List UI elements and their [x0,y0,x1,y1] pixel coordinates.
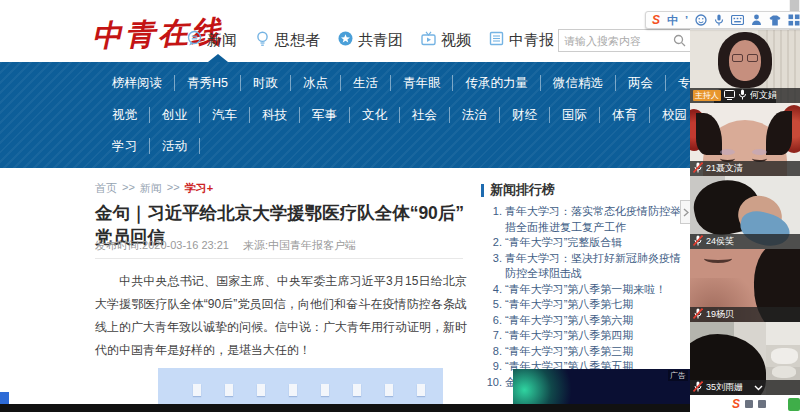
search-input[interactable] [559,35,673,47]
participant-name: 何文娟 [750,89,777,102]
newspaper-icon [488,30,505,50]
ad-banner[interactable]: 广告 [513,369,690,405]
ranking-item[interactable]: “青年大学习”第八季第七期 [505,297,689,313]
taskbar-icon[interactable] [0,392,9,404]
top-nav-league[interactable]: 共青团 [337,30,403,50]
top-nav-thinker[interactable]: 思想者 [254,30,320,50]
divider [95,258,463,259]
news-ranking-list: 青年大学习：落实常态化疫情防控举措全面推进复工复产工作 “青年大学习”完整版合辑… [487,204,689,390]
participant-name: 35刘雨姗 [706,381,743,394]
nav-link[interactable]: 体育 [600,107,650,123]
chevron-down-icon[interactable] [754,385,763,391]
webcam-video [771,348,798,364]
nav-link[interactable]: 校园 [650,107,690,123]
participant-tile[interactable]: 19杨贝 [690,249,800,322]
top-nav-paper[interactable]: 中青报 [488,30,554,50]
ranking-item[interactable]: 青年大学习：落实常态化疫情防控举措全面推进复工复产工作 [505,204,689,235]
nav-link[interactable]: 法治 [450,107,500,123]
nav-link[interactable]: 青秀H5 [175,75,241,91]
voice-input-icon[interactable] [714,14,724,26]
nav-link[interactable]: 国际 [550,107,600,123]
participant-label: 主持人 何文娟 [690,88,800,103]
participant-tile[interactable]: 21聂文清 [690,103,800,176]
ad-artwork [513,369,583,405]
nav-link[interactable]: 学习 [100,138,150,154]
punctuation-icon[interactable]: ’ [685,14,688,26]
nav-link[interactable]: 冰点 [291,75,341,91]
ime-mini-toolbar: S [732,397,766,410]
participant-tile[interactable]: 24侯笑 [690,176,800,249]
ranking-item[interactable]: 青年大学习：坚决打好新冠肺炎疫情防控全球阻击战 [505,251,689,282]
ime-tool-icon[interactable] [758,400,766,408]
illustration-window [193,384,201,396]
nav-link[interactable]: 汽车 [200,107,250,123]
toolbox-icon[interactable] [788,14,800,26]
ime-tool-icon[interactable] [745,400,753,408]
emoji-icon[interactable] [695,14,707,26]
breadcrumb-home[interactable]: 首页 [95,181,117,196]
news-website: 中青在线 新闻 思想者 共青团 视频 中青报 [0,0,690,412]
top-nav-video[interactable]: 视频 [420,30,471,50]
microphone-icon [738,89,747,102]
video-conference-panel: 主持人 何文娟 21聂文清 [690,0,800,412]
taskbar-corner-icon[interactable] [788,398,800,411]
ranking-item[interactable]: “青年大学习”第八季第三期 [505,344,689,360]
handwriting-icon[interactable] [751,14,762,26]
nav-link[interactable]: 军事 [300,107,350,123]
nav-link[interactable]: 榜样阅读 [100,75,175,91]
participant-name: 24侯笑 [706,235,734,248]
sogou-logo-icon[interactable]: S [732,398,740,410]
nav-link[interactable]: 科技 [250,107,300,123]
ranking-accent-bar [481,184,484,197]
microphone-muted-icon [693,162,703,175]
nav-link[interactable]: 专题 [666,75,690,91]
top-nav-label: 视频 [441,31,471,50]
screen-share-icon [724,90,735,102]
illustration-window [225,384,233,396]
illustration-window [257,384,265,396]
taskbar-edge [0,404,690,412]
breadcrumb-current[interactable]: 学习+ [185,181,213,196]
participant-label: 21聂文清 [690,161,800,176]
nav-link[interactable]: 微信精选 [541,75,616,91]
ranking-item[interactable]: “青年大学习”完整版合辑 [505,235,689,251]
ranking-item[interactable]: “青年大学习”第八季第一期来啦！ [505,282,689,298]
breadcrumb-sep: >> [122,181,135,196]
nav-link[interactable]: 创业 [150,107,200,123]
host-badge: 主持人 [693,90,721,101]
nav-link[interactable]: 视觉 [100,107,150,123]
nav-link[interactable]: 传承的力量 [453,75,541,91]
participant-tile[interactable]: 35刘雨姗 [690,322,800,395]
microphone-muted-icon [693,235,703,248]
nav-link[interactable]: 两会 [616,75,666,91]
nav-link[interactable]: 生活 [341,75,391,91]
ranking-title: 新闻排行榜 [490,181,555,199]
top-nav-news[interactable]: 新闻 [186,30,237,50]
lang-toggle-icon[interactable]: 中 [667,14,678,26]
nav-link[interactable]: 青年眼 [391,75,454,91]
nav-link[interactable]: 财经 [500,107,550,123]
collapse-tab[interactable] [680,200,690,224]
article-source: 来源:中国青年报客户端 [243,238,356,253]
nav-row-1: 榜样阅读 青秀H5 时政 冰点 生活 青年眼 传承的力量 微信精选 两会 专题 … [100,75,690,91]
ranking-item[interactable]: “青年大学习”第八季第六期 [505,313,689,329]
sogou-logo-icon[interactable]: S [652,14,660,26]
search-icon[interactable] [673,34,690,47]
nav-row-3: 学习 活动 [100,138,200,154]
nav-link[interactable]: 时政 [241,75,291,91]
nav-link[interactable]: 社会 [400,107,450,123]
publish-time: 发布时间:2020-03-16 23:21 [95,238,229,253]
nav-link[interactable]: 活动 [150,138,200,154]
illustration-window [385,384,393,396]
keyboard-icon[interactable] [731,15,744,25]
nav-link[interactable]: 文化 [350,107,400,123]
top-nav-label: 思想者 [275,31,320,50]
top-nav-label: 中青报 [509,31,554,50]
tv-icon [420,30,437,50]
skin-icon[interactable] [769,15,781,26]
ranking-item[interactable]: “青年大学习”第八季第四期 [505,328,689,344]
participant-label: 35刘雨姗 [690,380,800,395]
participant-tile-host[interactable]: 主持人 何文娟 [690,30,800,103]
breadcrumb-news[interactable]: 新闻 [140,181,162,196]
breadcrumb-sep: >> [167,181,180,196]
